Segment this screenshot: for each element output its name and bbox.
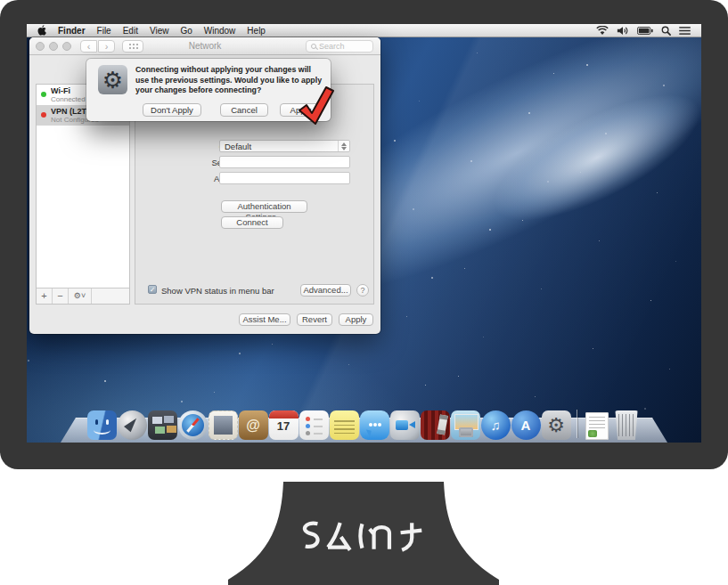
dock-icon-iphoto[interactable] xyxy=(451,410,480,440)
red-checkmark-annotation xyxy=(294,84,335,126)
configuration-value: Default xyxy=(225,142,251,151)
wifi-status-dot xyxy=(41,92,46,97)
remove-interface-button[interactable]: − xyxy=(53,288,69,304)
revert-button[interactable]: Revert xyxy=(297,313,332,326)
wifi-icon[interactable] xyxy=(596,26,609,36)
advanced-button[interactable]: Advanced... xyxy=(300,284,351,297)
dock-icon-sysprefs[interactable] xyxy=(542,410,571,440)
menu-edit[interactable]: Edit xyxy=(123,24,138,37)
back-button[interactable]: ‹ xyxy=(80,40,97,53)
server-address-input[interactable] xyxy=(219,156,350,168)
dock-icon-mail[interactable] xyxy=(209,410,238,440)
dock: 17 xyxy=(27,400,701,443)
apply-button[interactable]: Apply xyxy=(339,313,373,326)
system-preferences-gear-icon: ⚙ xyxy=(98,65,127,94)
sidebar-actions: + − ⚙˅ xyxy=(37,288,129,304)
screen: Finder File Edit View Go Window Help 17 xyxy=(27,24,701,443)
dock-icon-reminders[interactable] xyxy=(299,410,329,440)
dock-icon-document[interactable] xyxy=(585,412,609,440)
add-interface-button[interactable]: + xyxy=(37,288,53,304)
dock-icon-missionctrl[interactable] xyxy=(148,410,177,440)
search-placeholder: Search xyxy=(319,42,345,51)
close-window-button[interactable] xyxy=(36,42,45,51)
dock-icon-facetime[interactable] xyxy=(390,410,420,440)
monitor: Finder File Edit View Go Window Help 17 xyxy=(0,0,728,585)
menu-bar: Finder File Edit View Go Window Help xyxy=(27,24,701,37)
calendar-day-number: 17 xyxy=(269,420,299,432)
menu-window[interactable]: Window xyxy=(204,24,236,37)
dock-icon-trash[interactable] xyxy=(612,410,642,440)
show-all-button[interactable] xyxy=(122,40,143,53)
dock-icon-finder[interactable] xyxy=(87,410,117,440)
dock-icon-notes[interactable] xyxy=(330,410,359,440)
show-vpn-status-label: Show VPN status in menu bar xyxy=(161,286,274,296)
authentication-settings-button[interactable]: Authentication Settings... xyxy=(221,200,307,213)
menu-file[interactable]: File xyxy=(97,24,111,37)
window-titlebar[interactable]: ‹ › Network Search xyxy=(29,37,380,55)
dock-icon-launchpad[interactable] xyxy=(118,410,147,440)
dock-icon-photobooth[interactable] xyxy=(421,410,450,440)
saint-logo: SAINT xyxy=(292,519,435,555)
search-field[interactable]: Search xyxy=(306,40,373,53)
menu-finder[interactable]: Finder xyxy=(58,24,86,37)
menu-view[interactable]: View xyxy=(150,24,169,37)
configuration-select[interactable]: Default xyxy=(219,140,350,152)
battery-icon[interactable] xyxy=(637,27,653,35)
dock-icon-safari[interactable] xyxy=(178,410,208,440)
dock-divider xyxy=(572,408,582,440)
forward-button[interactable]: › xyxy=(98,40,115,53)
apple-menu-icon[interactable] xyxy=(37,25,46,36)
volume-icon[interactable] xyxy=(617,26,629,36)
help-button[interactable]: ? xyxy=(356,284,369,297)
search-icon xyxy=(311,44,316,49)
spotlight-icon[interactable] xyxy=(661,26,671,36)
connect-button[interactable]: Connect xyxy=(221,216,283,229)
interface-action-menu-button[interactable]: ⚙˅ xyxy=(69,288,92,304)
menu-go[interactable]: Go xyxy=(180,24,192,37)
monitor-stand: SAINT xyxy=(221,478,506,585)
dont-apply-button[interactable]: Don't Apply xyxy=(143,103,201,117)
show-vpn-status-checkbox[interactable] xyxy=(148,285,157,294)
zoom-window-button[interactable] xyxy=(62,42,71,51)
stepper-icon xyxy=(338,141,349,151)
notification-list-icon[interactable] xyxy=(679,27,691,35)
account-name-input[interactable] xyxy=(219,172,350,184)
dock-icon-calendar[interactable]: 17 xyxy=(269,410,299,440)
vpn-status-dot xyxy=(41,112,46,118)
dock-icon-appstore[interactable] xyxy=(511,410,541,440)
minimize-window-button[interactable] xyxy=(49,42,58,51)
assist-me-button[interactable]: Assist Me... xyxy=(239,313,290,326)
dialog-cancel-button[interactable]: Cancel xyxy=(220,103,268,117)
dock-icon-messages[interactable] xyxy=(360,410,389,440)
dock-icon-itunes[interactable] xyxy=(481,410,511,440)
dock-icon-contacts[interactable] xyxy=(239,410,268,440)
menu-help[interactable]: Help xyxy=(247,24,266,37)
grid-icon xyxy=(128,43,138,50)
